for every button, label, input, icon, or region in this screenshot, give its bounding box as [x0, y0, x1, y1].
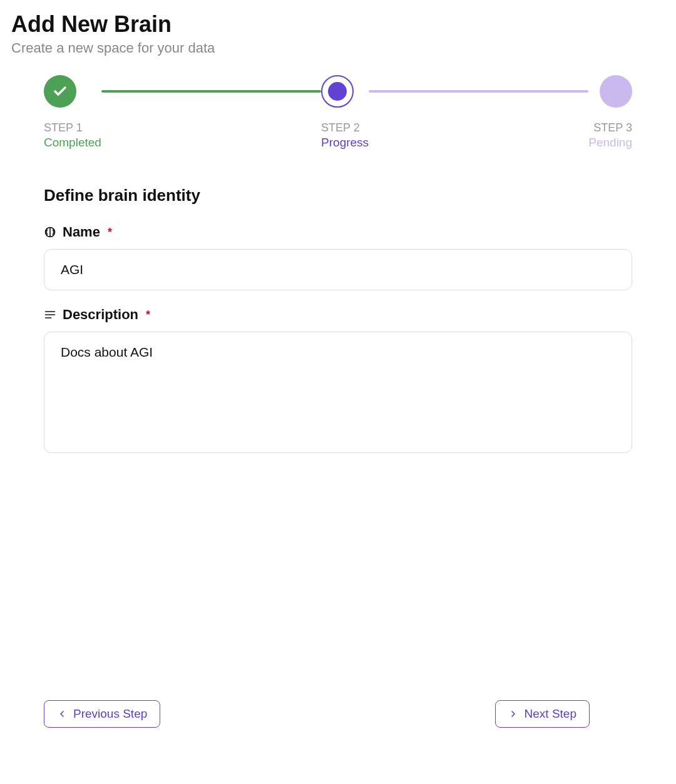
step-1-circle: [44, 75, 76, 108]
name-label: Name *: [44, 224, 632, 240]
chevron-left-icon: [57, 709, 67, 719]
next-step-button[interactable]: Next Step: [495, 700, 590, 728]
connector-2: [369, 90, 588, 93]
connector-1: [101, 90, 321, 93]
step-1-label: STEP 1: [44, 121, 83, 135]
step-3: STEP 3 Pending: [588, 75, 632, 150]
step-2: STEP 2 Progress: [321, 75, 369, 150]
description-required-mark: *: [146, 308, 150, 322]
section-title: Define brain identity: [44, 186, 632, 205]
step-2-label: STEP 2: [321, 121, 360, 135]
name-required-mark: *: [108, 226, 112, 239]
step-2-circle: [321, 75, 354, 108]
next-step-label: Next Step: [525, 707, 576, 721]
page-title: Add New Brain: [11, 11, 665, 38]
field-name: Name *: [44, 224, 632, 290]
previous-step-button[interactable]: Previous Step: [44, 700, 160, 728]
stepper: STEP 1 Completed STEP 2 Progress STEP 3 …: [11, 75, 665, 150]
step-3-label: STEP 3: [593, 121, 632, 135]
page-subtitle: Create a new space for your data: [11, 40, 665, 56]
field-description: Description *: [44, 307, 632, 456]
previous-step-label: Previous Step: [73, 707, 147, 721]
step-1: STEP 1 Completed: [44, 75, 101, 150]
brain-icon: [44, 226, 56, 238]
step-3-status: Pending: [588, 136, 632, 150]
step-1-status: Completed: [44, 136, 101, 150]
description-input[interactable]: [44, 332, 632, 453]
chevron-right-icon: [508, 709, 518, 719]
step-2-status: Progress: [321, 136, 369, 150]
description-icon: [44, 308, 56, 321]
check-icon: [53, 84, 68, 99]
step-3-circle: [600, 75, 632, 108]
description-label: Description *: [44, 307, 632, 323]
name-label-text: Name: [63, 224, 100, 240]
name-input[interactable]: [44, 249, 632, 290]
description-label-text: Description: [63, 307, 138, 323]
